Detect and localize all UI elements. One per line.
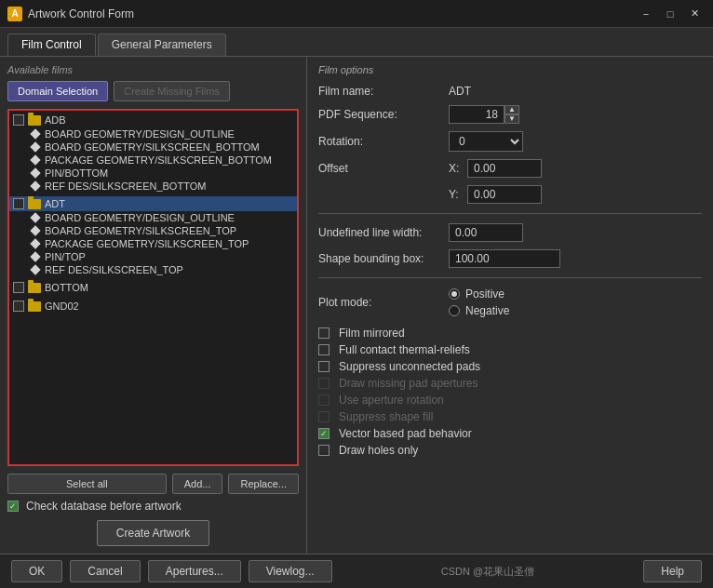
film-item[interactable]: PACKAGE GEOMETRY/SILKSCREEN_BOTTOM <box>9 154 297 167</box>
create-artwork-button[interactable]: Create Artwork <box>97 520 209 546</box>
checkbox-film-mirrored[interactable] <box>318 327 330 339</box>
add-button[interactable]: Add... <box>172 474 223 494</box>
check-db-checkbox[interactable]: ✓ <box>7 501 19 512</box>
available-films-label: Available films <box>7 64 299 75</box>
undef-lw-row: Undefined line width: <box>318 223 702 242</box>
negative-label: Negative <box>465 304 509 317</box>
content-area: Available films Domain Selection Create … <box>0 57 713 554</box>
radio-positive[interactable] <box>449 288 460 300</box>
film-name: PACKAGE GEOMETRY/SILKSCREEN_BOTTOM <box>45 154 272 166</box>
apertures-button[interactable]: Apertures... <box>148 560 241 582</box>
app-icon: A <box>7 7 22 21</box>
film-name: BOARD GEOMETRY/DESIGN_OUTLINE <box>45 128 235 140</box>
film-item[interactable]: BOARD GEOMETRY/SILKSCREEN_TOP <box>9 224 297 237</box>
film-item[interactable]: PIN/TOP <box>9 250 297 263</box>
film-group-adb: ADB BOARD GEOMETRY/DESIGN_OUTLINE BOARD … <box>9 111 297 194</box>
pdf-seq-down[interactable]: ▼ <box>504 114 519 124</box>
radio-positive-row: Positive <box>449 287 509 301</box>
film-group-header-bottom[interactable]: BOTTOM <box>9 280 297 295</box>
help-button[interactable]: Help <box>643 560 702 582</box>
film-item[interactable]: BOARD GEOMETRY/DESIGN_OUTLINE <box>9 211 297 224</box>
film-item[interactable]: REF DES/SILKSCREEN_TOP <box>9 263 297 276</box>
film-item[interactable]: PIN/BOTTOM <box>9 167 297 180</box>
main-window: Film Control General Parameters Availabl… <box>0 28 713 588</box>
film-item[interactable]: PACKAGE GEOMETRY/SILKSCREEN_TOP <box>9 237 297 250</box>
checkbox-vector-pad[interactable]: ✓ <box>318 428 330 439</box>
plot-mode-group: Positive Negative <box>449 287 509 317</box>
checkbox-draw-missing <box>318 378 330 389</box>
diamond-icon <box>30 180 40 191</box>
film-name: REF DES/SILKSCREEN_BOTTOM <box>45 180 206 192</box>
film-name-row: Film name: ADT <box>318 85 702 98</box>
group-name-bottom: BOTTOM <box>45 282 88 293</box>
pdf-seq-input[interactable] <box>449 105 504 124</box>
offset-x-label: X: <box>449 162 467 175</box>
checkbox-adt[interactable] <box>13 198 24 209</box>
checkbox-adb[interactable] <box>13 114 24 126</box>
viewlog-button[interactable]: Viewlog... <box>249 560 332 582</box>
checkbox-bottom[interactable] <box>13 282 24 293</box>
check-suppress-fill: Suppress shape fill <box>318 410 702 423</box>
shape-bb-label: Shape bounding box: <box>318 252 449 265</box>
minimize-button[interactable]: − <box>635 5 657 23</box>
films-list[interactable]: ADB BOARD GEOMETRY/DESIGN_OUTLINE BOARD … <box>7 109 299 466</box>
pdf-seq-row: PDF Sequence: ▲ ▼ <box>318 105 702 124</box>
rotation-dropdown: 0 90 180 270 <box>449 131 523 152</box>
undef-lw-label: Undefined line width: <box>318 226 449 239</box>
film-group-header-adt[interactable]: ADT <box>9 196 297 211</box>
check-suppress-pads: Suppress unconnected pads <box>318 360 702 373</box>
group-name-gnd02: GND02 <box>45 301 79 312</box>
create-missing-button[interactable]: Create Missing Films <box>114 81 230 101</box>
select-all-button[interactable]: Select all <box>7 474 167 494</box>
cancel-button[interactable]: Cancel <box>70 560 140 582</box>
offset-y-input[interactable] <box>467 185 542 204</box>
film-name: PIN/TOP <box>45 251 86 262</box>
diamond-icon <box>30 238 40 248</box>
checkbox-gnd02[interactable] <box>13 301 24 312</box>
radio-negative-row: Negative <box>449 304 509 317</box>
checkbox-thermal[interactable] <box>318 344 330 355</box>
film-name: BOARD GEOMETRY/DESIGN_OUTLINE <box>45 212 235 223</box>
right-panel: Film options Film name: ADT PDF Sequence… <box>307 57 713 554</box>
checkbox-suppress-pads[interactable] <box>318 361 330 372</box>
window-title: Artwork Control Form <box>28 7 635 20</box>
offset-x-row: Offset X: <box>318 159 702 178</box>
film-group-header-gnd02[interactable]: GND02 <box>9 299 297 314</box>
shape-bb-input[interactable] <box>449 249 560 268</box>
rotation-select[interactable]: 0 90 180 270 <box>449 131 523 152</box>
diamond-icon <box>30 264 40 274</box>
plot-mode-label: Plot mode: <box>318 296 449 309</box>
divider-1 <box>318 213 702 214</box>
radio-negative[interactable] <box>449 305 460 316</box>
domain-selection-button[interactable]: Domain Selection <box>7 81 108 101</box>
diamond-icon <box>30 141 40 152</box>
tab-general-parameters[interactable]: General Parameters <box>98 33 226 56</box>
group-name-adb: ADB <box>45 114 66 126</box>
film-name: BOARD GEOMETRY/SILKSCREEN_TOP <box>45 225 236 236</box>
checkbox-draw-holes[interactable] <box>318 445 330 456</box>
film-name-value: ADT <box>449 85 471 98</box>
check-db-row: ✓ Check database before artwork <box>7 500 299 513</box>
check-aperture-rotation: Use aperture rotation <box>318 394 702 407</box>
offset-x-input[interactable] <box>467 159 542 178</box>
film-group-header-adb[interactable]: ADB <box>9 113 297 127</box>
close-button[interactable]: ✕ <box>683 5 706 23</box>
group-name-adt: ADT <box>45 198 65 209</box>
replace-button[interactable]: Replace... <box>228 474 299 494</box>
film-item[interactable]: REF DES/SILKSCREEN_BOTTOM <box>9 180 297 193</box>
film-item[interactable]: BOARD GEOMETRY/SILKSCREEN_BOTTOM <box>9 140 297 154</box>
undef-lw-input[interactable] <box>449 223 523 242</box>
diamond-icon <box>30 225 40 235</box>
spinbox-buttons: ▲ ▼ <box>504 105 519 124</box>
maximize-button[interactable]: □ <box>659 5 681 23</box>
tab-film-control[interactable]: Film Control <box>7 33 96 56</box>
film-name-label: Film name: <box>318 85 449 98</box>
ok-button[interactable]: OK <box>11 560 62 582</box>
pdf-seq-up[interactable]: ▲ <box>504 105 519 114</box>
watermark: CSDN @花果山圣僧 <box>441 565 534 579</box>
title-bar: A Artwork Control Form − □ ✕ <box>0 0 713 28</box>
suppress-fill-label: Suppress shape fill <box>339 410 433 423</box>
bottom-bar: OK Cancel Apertures... Viewlog... CSDN @… <box>0 554 713 588</box>
rotation-label: Rotation: <box>318 135 449 148</box>
film-item[interactable]: BOARD GEOMETRY/DESIGN_OUTLINE <box>9 127 297 140</box>
